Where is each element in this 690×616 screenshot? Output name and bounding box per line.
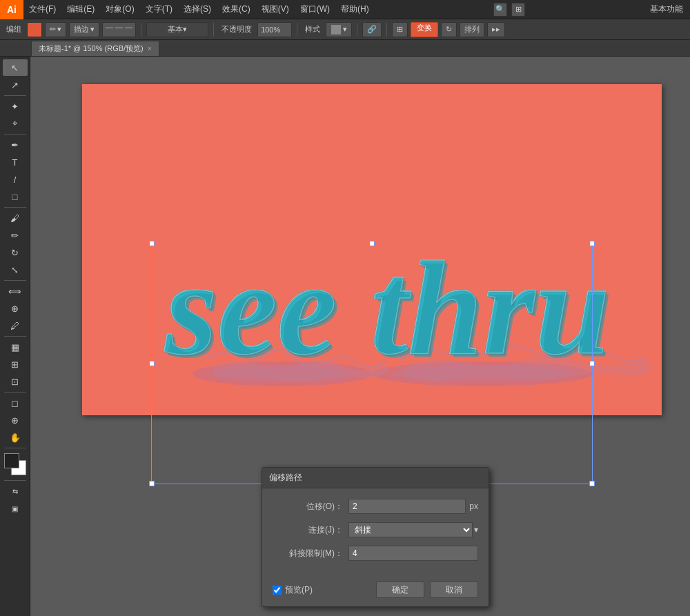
active-tab[interactable]: 未标题-1* @ 150% (RGB/预览) × xyxy=(31,41,159,56)
color-boxes[interactable] xyxy=(4,453,26,475)
dialog-title: 偏移路径 xyxy=(262,468,489,488)
tool-rotate[interactable]: ↻ xyxy=(3,244,28,261)
preview-label: 预览(P) xyxy=(285,584,313,596)
cancel-button[interactable]: 取消 xyxy=(430,582,478,598)
tool-zoom[interactable]: ⊕ xyxy=(3,412,28,428)
menu-bar: Ai 文件(F) 编辑(E) 对象(O) 文字(T) 选择(S) 效果(C) 视… xyxy=(0,0,690,19)
link-icon[interactable]: 🔗 xyxy=(362,22,382,37)
tool-blend[interactable]: ⊕ xyxy=(3,300,28,317)
menu-select[interactable]: 选择(S) xyxy=(178,0,217,19)
toolbox: ↖ ↗ ✦ ⌖ ✒ T / □ 🖌 ✏ ↻ ⤡ ⟺ ⊕ 🖊 ▦ ⊞ ⊡ ◻ ⊕ … xyxy=(0,57,30,616)
menu-view[interactable]: 视图(V) xyxy=(256,0,295,19)
mode-label: 编组 xyxy=(3,24,24,34)
menu-object[interactable]: 对象(O) xyxy=(100,0,139,19)
tool-gradient[interactable]: ▣ xyxy=(3,500,28,517)
tool-width[interactable]: ⟺ xyxy=(3,283,28,299)
tool-sep-4 xyxy=(4,280,26,281)
tab-close-btn[interactable]: × xyxy=(148,45,152,52)
opacity-input[interactable]: 100% xyxy=(257,22,292,37)
miter-input[interactable] xyxy=(348,546,478,561)
join-label: 连接(J)： xyxy=(273,524,348,536)
tool-sep-1 xyxy=(4,95,26,96)
svg-text:see thru: see thru xyxy=(165,235,611,384)
menu-text[interactable]: 文字(T) xyxy=(140,0,178,19)
handle-bottom-left[interactable] xyxy=(149,481,155,486)
arrange-btn[interactable]: 排列 xyxy=(460,22,484,37)
tool-paintbrush[interactable]: 🖌 xyxy=(3,210,28,226)
separator-3 xyxy=(297,23,297,37)
fill-color[interactable] xyxy=(27,22,42,37)
tool-select[interactable]: ↖ xyxy=(3,59,28,76)
offset-path-dialog: 偏移路径 位移(O)： px 连接(J)： 斜接 圆角 斜切 ▾ xyxy=(262,467,489,607)
tool-sep-3 xyxy=(4,207,26,208)
artwork-svg: see thru see thru see thru see thru xyxy=(82,84,662,415)
tool-artboard[interactable]: ⊞ xyxy=(3,356,28,372)
menu-file[interactable]: 文件(F) xyxy=(23,0,61,19)
ok-button[interactable]: 确定 xyxy=(376,582,424,598)
opacity-value: 100% xyxy=(261,26,280,34)
handle-bottom-right[interactable] xyxy=(589,481,595,486)
tool-swap[interactable]: ⇆ xyxy=(3,483,28,499)
workspace-label: 基本功能 xyxy=(650,3,690,15)
tool-eraser[interactable]: ◻ xyxy=(3,395,28,411)
tool-graph[interactable]: ▦ xyxy=(3,339,28,355)
dialog-body: 位移(O)： px 连接(J)： 斜接 圆角 斜切 ▾ 斜接限制(M) xyxy=(262,488,489,576)
align-icon[interactable]: ⊞ xyxy=(392,22,408,37)
variable-width-select[interactable]: — — — xyxy=(102,22,136,37)
opacity-label: 不透明度 xyxy=(219,24,255,34)
tool-magic-wand[interactable]: ✦ xyxy=(3,98,28,115)
menu-effect[interactable]: 效果(C) xyxy=(217,0,256,19)
menu-edit[interactable]: 编辑(E) xyxy=(61,0,100,19)
separator-5 xyxy=(386,23,387,37)
tool-scale[interactable]: ⤡ xyxy=(3,261,28,278)
separator-2 xyxy=(213,23,214,37)
tool-direct-select[interactable]: ↗ xyxy=(3,77,28,93)
tab-bar: 未标题-1* @ 150% (RGB/预览) × xyxy=(0,40,690,57)
fg-color[interactable] xyxy=(4,453,19,468)
separator-1 xyxy=(141,23,141,37)
tool-pen[interactable]: ✒ xyxy=(3,137,28,153)
preview-checkbox[interactable] xyxy=(273,586,282,595)
tool-slice[interactable]: ⊡ xyxy=(3,373,28,390)
stroke-label: 基本 xyxy=(168,24,183,34)
brush-options[interactable]: 描边 ▾ xyxy=(69,22,99,37)
search-icon[interactable]: 🔍 xyxy=(493,3,507,17)
menu-help[interactable]: 帮助(H) xyxy=(335,0,375,19)
tool-sep-5 xyxy=(4,336,26,337)
offset-input[interactable] xyxy=(348,499,466,514)
style-options[interactable]: ▾ xyxy=(326,22,352,37)
canvas-area[interactable]: see thru see thru see thru see thru xyxy=(30,57,690,616)
tab-title: 未标题-1* @ 150% (RGB/预览) xyxy=(39,43,144,54)
join-arrow: ▾ xyxy=(474,525,478,535)
tool-lasso[interactable]: ⌖ xyxy=(3,115,28,132)
tool-line[interactable]: / xyxy=(3,171,28,188)
style-label: 样式 xyxy=(302,24,323,34)
stroke-icon: ✏ xyxy=(50,25,56,34)
layout-icon[interactable]: ⊞ xyxy=(511,3,525,17)
tool-hand[interactable]: ✋ xyxy=(3,429,28,446)
stroke-preview: 基本 ▾ xyxy=(146,22,208,37)
main-area: ↖ ↗ ✦ ⌖ ✒ T / □ 🖌 ✏ ↻ ⤡ ⟺ ⊕ 🖊 ▦ ⊞ ⊡ ◻ ⊕ … xyxy=(0,57,690,616)
rotate-btn[interactable]: ↻ xyxy=(441,22,457,37)
tool-eyedropper[interactable]: 🖊 xyxy=(3,317,28,334)
menu-window[interactable]: 窗口(W) xyxy=(295,0,335,19)
tool-pencil[interactable]: ✏ xyxy=(3,227,28,244)
offset-row: 位移(O)： px xyxy=(273,499,478,514)
transform-btn[interactable]: 变换 xyxy=(411,22,438,37)
tool-rectangle[interactable]: □ xyxy=(3,188,28,205)
tool-sep-8 xyxy=(4,480,26,481)
offset-unit: px xyxy=(469,501,478,511)
artboard: see thru see thru see thru see thru xyxy=(82,84,662,415)
main-toolbar: 编组 ✏ ▾ 描边 ▾ — — — 基本 ▾ 不透明度 100% 样式 ▾ 🔗 … xyxy=(0,19,690,40)
more-options[interactable]: ▸▸ xyxy=(487,22,505,37)
dialog-footer: 预览(P) 确定 取消 xyxy=(262,576,489,606)
separator-4 xyxy=(357,23,357,37)
stroke-arrow: ▾ xyxy=(57,25,61,34)
app-logo: Ai xyxy=(0,0,23,19)
tool-sep-2 xyxy=(4,134,26,135)
tool-text[interactable]: T xyxy=(3,154,28,170)
tool-sep-6 xyxy=(4,392,26,393)
join-row: 连接(J)： 斜接 圆角 斜切 ▾ xyxy=(273,522,478,537)
stroke-options[interactable]: ✏ ▾ xyxy=(45,22,66,37)
join-select[interactable]: 斜接 圆角 斜切 xyxy=(348,522,473,537)
